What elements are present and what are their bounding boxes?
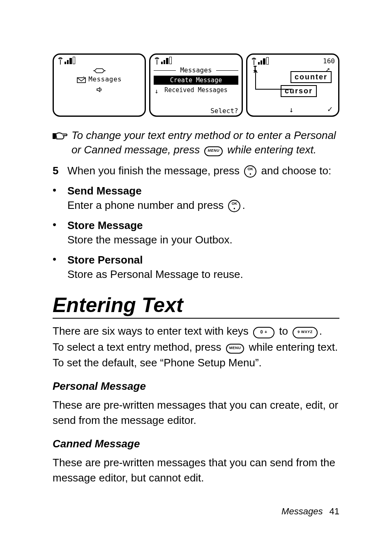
bullet-body: Enter a phone number and press	[67, 199, 224, 211]
speaker-icon	[96, 86, 103, 93]
screen2-select-prompt: Select?	[210, 107, 238, 115]
menu-key-icon: MENU	[226, 344, 244, 354]
subheading-personal: Personal Message	[53, 380, 339, 393]
char-counter-value: 160	[323, 57, 335, 65]
check-icon: ✓	[327, 104, 332, 114]
carousel-diamond-icon	[93, 67, 106, 74]
screen2-item: Received Messages	[164, 86, 228, 94]
screen1-label: Messages	[88, 75, 122, 83]
svg-rect-1	[53, 133, 56, 139]
footer-label: Messages	[281, 506, 323, 516]
ok-key-icon	[228, 200, 240, 212]
envelope-icon	[77, 76, 86, 83]
bullet-head: Store Personal	[67, 253, 243, 267]
note-row: To change your text entry method or to e…	[53, 128, 339, 158]
bullet-head: Send Message	[67, 184, 245, 198]
page-footer: Messages 41	[281, 506, 339, 517]
down-arrow-icon: ↓	[289, 105, 293, 114]
section-heading: Entering Text	[53, 293, 339, 319]
section-p1-a: There are six ways to enter text with ke…	[53, 325, 249, 337]
key-0-icon: 0 +	[253, 327, 274, 338]
callout-label-counter: counter	[291, 71, 332, 83]
down-arrow-icon: ↓	[154, 87, 159, 95]
section-p1-c: .	[319, 325, 322, 337]
bullet-body-tail: .	[242, 199, 245, 211]
phone-screen-3: 160 I ↗ counter cursor ↓ ✓	[246, 53, 339, 117]
footer-page-number: 41	[330, 506, 339, 516]
screen2-title: Messages	[154, 66, 238, 74]
bullet-body: Store as Personal Message to reuse.	[67, 267, 243, 282]
ok-key-icon	[244, 165, 256, 178]
phone-screens-row: Messages Messages Create Message ↓ Rec	[53, 53, 339, 117]
antenna-icon	[251, 58, 257, 65]
bullet-body: Store the message in your Outbox.	[67, 233, 233, 247]
sub1-body: These are pre-written messages that you …	[53, 398, 339, 428]
key-9-icon: 9 WXYZ	[293, 327, 318, 338]
step-number: 5	[53, 164, 60, 178]
action-list: Send Message Enter a phone number and pr…	[53, 184, 339, 282]
step-5-row: 5 When you finish the message, press and…	[53, 164, 339, 178]
step5-text-a: When you finish the message, press	[67, 164, 240, 177]
note-text-b: while entering text.	[227, 143, 316, 156]
callout-line-icon	[255, 69, 296, 94]
phone-screen-1: Messages	[53, 53, 146, 117]
section-p1-b: to	[279, 325, 288, 337]
antenna-icon	[154, 57, 160, 65]
sub2-body: These are pre-written messages that you …	[53, 455, 339, 485]
step5-text-b: and choose to:	[261, 164, 332, 177]
subheading-canned: Canned Message	[53, 437, 339, 450]
pointing-hand-icon	[53, 131, 67, 141]
signal-bars-icon	[161, 58, 172, 64]
menu-key-icon: MENU	[204, 146, 223, 156]
screen2-item-selected: Create Message	[154, 76, 238, 85]
phone-screen-2: Messages Create Message ↓ Received Messa…	[149, 53, 242, 117]
signal-bars-icon	[65, 58, 75, 64]
signal-bars-icon	[258, 58, 269, 65]
section-p3: To set the default, see “Phone Setup Men…	[53, 356, 262, 369]
section-p2-b: while entering text.	[249, 341, 338, 353]
bullet-head: Store Message	[67, 218, 233, 233]
antenna-icon	[57, 57, 64, 65]
section-p2-a: To select a text entry method, press	[53, 341, 221, 353]
